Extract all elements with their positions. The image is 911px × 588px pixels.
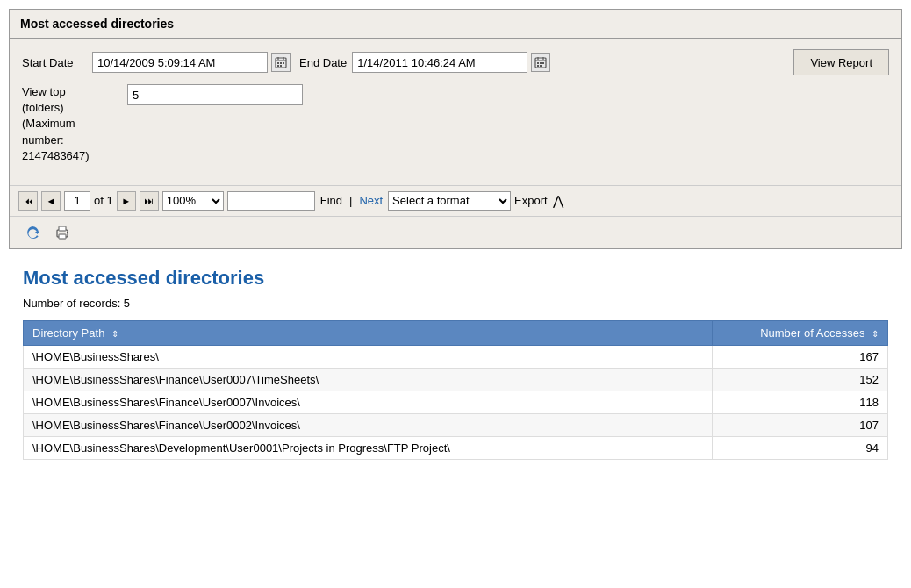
pipe-separator: | — [349, 194, 352, 207]
start-date-label: Start Date — [22, 56, 83, 69]
outer-container: Most accessed directories Start Date — [0, 0, 911, 588]
refresh-icon — [24, 224, 41, 241]
svg-rect-7 — [277, 65, 279, 67]
report-content-title: Most accessed directories — [23, 267, 888, 290]
cell-path: \HOME\BusinessShares\Finance\User0007\Ti… — [24, 368, 713, 391]
table-row: \HOME\BusinessShares\Finance\User0002\In… — [24, 413, 888, 436]
sort-icon-accesses[interactable]: ⇕ — [872, 329, 879, 339]
cell-accesses: 118 — [713, 391, 888, 413]
table-body: \HOME\BusinessShares\ 167 \HOME\Business… — [24, 345, 888, 459]
cell-accesses: 167 — [713, 345, 888, 368]
record-count: Number of records: 5 — [23, 297, 888, 310]
prev-page-button[interactable]: ◄ — [41, 191, 61, 211]
svg-rect-13 — [537, 62, 539, 64]
svg-rect-6 — [283, 62, 284, 64]
end-date-label: End Date — [299, 56, 347, 69]
format-select[interactable]: Select a format CSV PDF Excel Word — [388, 191, 511, 211]
svg-rect-14 — [540, 62, 542, 64]
svg-rect-17 — [540, 65, 542, 67]
print-icon — [54, 224, 71, 241]
export-button[interactable]: Export — [514, 194, 548, 207]
cell-path: \HOME\BusinessShares\Finance\User0002\In… — [24, 413, 713, 436]
cell-path: \HOME\BusinessShares\Finance\User0007\In… — [24, 391, 713, 413]
table-row: \HOME\BusinessShares\ 167 — [24, 345, 888, 368]
next-page-button[interactable]: ► — [117, 191, 136, 211]
end-date-calendar-btn[interactable] — [531, 53, 550, 72]
sort-icon-path[interactable]: ⇕ — [111, 329, 118, 339]
zoom-select[interactable]: 100% 25% 50% 75% 125% 150% 200% — [162, 191, 224, 211]
view-top-input[interactable] — [127, 84, 303, 105]
cell-accesses: 107 — [713, 413, 888, 436]
start-date-wrapper — [92, 52, 291, 73]
calendar-icon — [275, 56, 287, 68]
page-of-label: of 1 — [94, 194, 113, 207]
toolbar-section: ⏮ ◄ of 1 ► ⏭ 100% 25% 50% 75% 125% 150% … — [10, 186, 901, 217]
end-date-input[interactable] — [352, 52, 527, 73]
col-header-accesses: Number of Accesses ⇕ — [713, 320, 888, 345]
view-report-button[interactable]: View Report — [793, 49, 889, 75]
svg-rect-21 — [67, 232, 68, 233]
view-top-label: View top (folders) (Maximum number: 2147… — [22, 84, 118, 164]
svg-rect-4 — [277, 62, 279, 64]
data-table: Directory Path ⇕ Number of Accesses ⇕ \H… — [23, 320, 888, 460]
report-panel: Most accessed directories Start Date — [9, 9, 902, 249]
end-date-wrapper — [352, 52, 550, 73]
first-page-button[interactable]: ⏮ — [18, 191, 38, 211]
svg-rect-16 — [537, 65, 539, 67]
svg-rect-20 — [59, 226, 66, 231]
view-top-row: View top (folders) (Maximum number: 2147… — [22, 84, 889, 164]
collapse-button[interactable]: ⋀ — [553, 193, 563, 209]
panel-title: Most accessed directories — [10, 10, 901, 39]
table-row: \HOME\BusinessShares\Finance\User0007\In… — [24, 391, 888, 413]
svg-rect-8 — [280, 65, 282, 67]
svg-rect-19 — [59, 234, 66, 239]
cell-path: \HOME\BusinessShares\ — [24, 345, 713, 368]
report-content: Most accessed directories Number of reco… — [9, 249, 902, 474]
find-input[interactable] — [227, 191, 315, 211]
cell-accesses: 152 — [713, 368, 888, 391]
icon-row — [10, 217, 901, 248]
svg-rect-5 — [280, 62, 282, 64]
cell-path: \HOME\BusinessShares\Development\User000… — [24, 436, 713, 459]
table-header-row: Directory Path ⇕ Number of Accesses ⇕ — [24, 320, 888, 345]
find-label: Find — [320, 194, 342, 207]
end-date-group: End Date — [299, 52, 550, 73]
col-header-path: Directory Path ⇕ — [24, 320, 713, 345]
next-find-label[interactable]: Next — [359, 194, 383, 207]
params-section: Start Date — [10, 39, 901, 186]
page-number-input[interactable] — [64, 191, 90, 211]
table-row: \HOME\BusinessShares\Finance\User0007\Ti… — [24, 368, 888, 391]
refresh-button[interactable] — [22, 222, 43, 243]
last-page-button[interactable]: ⏭ — [140, 191, 159, 211]
calendar-icon-end — [534, 56, 547, 68]
start-date-calendar-btn[interactable] — [271, 53, 291, 72]
svg-rect-15 — [542, 62, 544, 64]
print-button[interactable] — [52, 222, 73, 243]
start-date-input[interactable] — [92, 52, 268, 73]
table-row: \HOME\BusinessShares\Development\User000… — [24, 436, 888, 459]
cell-accesses: 94 — [713, 436, 888, 459]
date-row: Start Date — [22, 49, 889, 75]
